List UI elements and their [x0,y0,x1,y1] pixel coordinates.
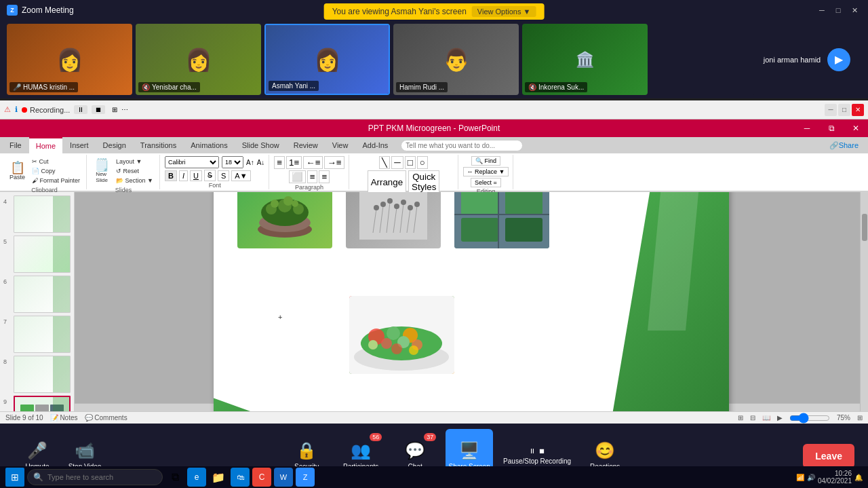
view-options-button[interactable]: View Options ▼ [472,6,536,17]
view-normal-icon[interactable]: ⊞ [738,414,743,421]
ribbon-tab-animations[interactable]: Animations [184,137,234,153]
slide-info: Slide 9 of 10 [5,414,43,421]
align-center-button[interactable]: ≡ [307,170,318,183]
recording-indicator: Recording... [22,106,70,114]
font-increase-icon[interactable]: A↑ [246,159,254,166]
ppt-win-minimize[interactable]: ─ [795,119,819,137]
minimize-icon[interactable]: ─ [815,3,829,17]
slide-thumbnail-5[interactable] [14,236,71,273]
fit-slide-icon[interactable]: ⊞ [857,414,863,421]
close-icon[interactable]: ✕ [848,3,861,17]
slide-thumbnail-8[interactable] [14,356,71,393]
ribbon-tab-slideshow[interactable]: Slide Show [235,137,286,153]
ribbon-search-input[interactable] [401,140,523,151]
taskbar-zoom-icon[interactable]: Z [296,468,315,487]
paste-button[interactable]: 📋 Paste [7,156,28,186]
section-button[interactable]: 📂 Section ▼ [114,176,155,185]
taskbar-edge-icon[interactable]: e [187,468,206,487]
search-bar[interactable]: 🔍 [27,469,163,485]
copy-button[interactable]: 📄 Copy [30,167,82,175]
participant-thumb-humas[interactable]: 👩 🎤 HUMAS kristin ... [7,24,132,95]
font-color-button[interactable]: A▼ [231,170,250,181]
ppt-close-btn[interactable]: ✕ [852,104,864,116]
view-slidesorter-icon[interactable]: ⊟ [750,414,755,421]
participant-thumb-inkorena[interactable]: 🏛️ 🔇 Inkorena Suk... [522,24,648,95]
align-left-button[interactable]: ⬜ [289,170,306,183]
replace-button[interactable]: ↔ Replace ▼ [463,167,509,176]
ribbon-tab-transitions[interactable]: Transitions [134,137,183,153]
indent-more-button[interactable]: →≡ [324,156,344,169]
slide-num-7: 7 [3,318,12,325]
ppt-minimize-btn[interactable]: ─ [825,104,837,116]
font-size-select[interactable]: 18 [222,156,243,168]
format-painter-button[interactable]: 🖌 Format Painter [30,176,82,185]
taskbar-explorer-icon[interactable]: 📁 [209,468,228,487]
numbering-button[interactable]: 1≡ [286,156,302,169]
ribbon-tab-addins[interactable]: Add-Ins [355,137,395,153]
ppt-win-restore[interactable]: ⧉ [819,119,844,137]
find-button[interactable]: 🔍 Find [471,156,500,166]
quick-styles-button[interactable]: QuickStyles [408,170,439,193]
expand-icon[interactable]: ⊞ [112,106,117,113]
drawing-group: ╲ ─ □ ○ Arrange QuickStyles Drawing [350,155,458,189]
italic-button[interactable]: I [179,170,188,181]
ribbon-tab-design[interactable]: Design [96,137,133,153]
leave-button[interactable]: Leave [803,444,854,468]
ribbon-tab-review[interactable]: Review [287,137,325,153]
new-slide-button[interactable]: 🗒️ NewSlide [92,156,112,186]
ppt-win-close[interactable]: ✕ [844,119,868,137]
select-button[interactable]: Select = [471,178,501,187]
layout-button[interactable]: Layout ▼ [114,157,155,166]
notes-button[interactable]: 📝 Notes [50,414,78,421]
shape-line-button[interactable]: ─ [391,156,403,169]
ribbon-tab-home[interactable]: Home [29,137,62,153]
participant-thumb-yenisbar[interactable]: 👩 🔇 Yenisbar cha... [136,24,261,95]
slide-num-4: 4 [3,198,12,205]
notification-center-icon[interactable]: 🔔 [854,474,863,481]
joni-action-button[interactable]: ▶ [827,48,850,71]
bold-button[interactable]: B [165,170,177,181]
slide-thumbnail-4[interactable] [14,195,71,233]
ribbon-tab-view[interactable]: View [326,137,355,153]
comments-button[interactable]: 💬 Comments [85,414,127,421]
taskbar-word-icon[interactable]: W [274,468,293,487]
underline-button[interactable]: U [190,170,202,181]
taskbar-chrome-icon[interactable]: C [252,468,271,487]
font-decrease-icon[interactable]: A↓ [257,159,265,166]
more-options-icon[interactable]: ⋯ [121,106,128,113]
vertical-scroll-thumb[interactable] [862,214,867,241]
slide-thumbnail-9[interactable] [14,396,71,411]
shape-select-button[interactable]: ╲ [379,156,390,169]
zoom-slider[interactable] [789,415,830,421]
indent-less-button[interactable]: ←≡ [303,156,323,169]
task-view-button[interactable]: ⧉ [165,468,184,487]
shape-rect-button[interactable]: □ [405,156,416,169]
participant-thumb-hamim[interactable]: 👨 Hamim Rudi ... [393,24,519,95]
bullets-button[interactable]: ≡ [274,156,285,169]
font-family-select[interactable]: Calibri [165,156,219,168]
arrange-button[interactable]: Arrange [368,170,406,193]
start-button[interactable]: ⊞ [5,468,24,487]
view-reading-icon[interactable]: 📖 [762,414,770,421]
cut-button[interactable]: ✂ Cut [30,157,82,166]
recording-stop-button[interactable]: ⏹ [92,105,105,114]
paragraph-tools: ≡ 1≡ ←≡ →≡ ⬜ ≡ ≡ [274,156,344,183]
ribbon-share-btn[interactable]: 🔗 Share [823,137,865,153]
participant-thumb-asmah[interactable]: 👩 Asmah Yani ... [264,24,390,95]
ribbon-tab-insert[interactable]: Insert [63,137,96,153]
ppt-maximize-btn[interactable]: □ [838,104,850,116]
shape-oval-button[interactable]: ○ [417,156,428,169]
search-input[interactable] [47,473,157,481]
maximize-icon[interactable]: □ [831,3,845,17]
shadow-button[interactable]: S [218,170,229,181]
recording-pause-button[interactable]: ⏸ [74,105,87,114]
reset-button[interactable]: ↺ Reset [114,167,155,175]
slide-thumbnail-6[interactable] [14,276,71,313]
taskbar-store-icon[interactable]: 🛍 [231,468,250,487]
view-slideshow-icon[interactable]: ▶ [777,414,783,421]
align-right-button[interactable]: ≡ [319,170,330,183]
slide-thumbnail-7[interactable] [14,316,71,353]
strikethrough-button[interactable]: S̶ [204,170,216,181]
vertical-scrollbar[interactable] [860,192,868,411]
ribbon-tab-file[interactable]: File [3,137,28,153]
